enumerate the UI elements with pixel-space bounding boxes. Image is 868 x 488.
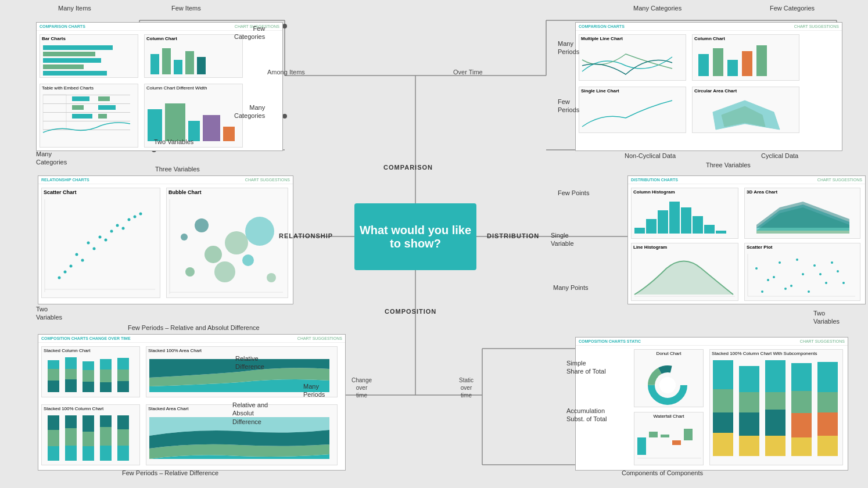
circular-area-title: Circular Area Chart [693, 87, 799, 95]
svg-point-90 [58, 277, 61, 279]
circular-area-chart-mini[interactable]: Circular Area Chart [692, 87, 799, 133]
svg-point-103 [122, 227, 125, 230]
dist-three-vars-label: Three Variables [706, 162, 751, 168]
many-cats-bottom-label: ManyCategories [36, 150, 67, 167]
svg-rect-67 [43, 103, 130, 104]
single-line-chart-mini[interactable]: Single Line Chart [579, 87, 686, 133]
svg-point-102 [81, 259, 84, 262]
svg-rect-154 [83, 361, 94, 370]
bubble-chart-mini[interactable]: Bubble Chart [166, 188, 288, 298]
svg-point-141 [796, 259, 798, 261]
svg-point-93 [64, 271, 67, 274]
change-over-time-label: Changeovertime [351, 376, 372, 399]
distribution-label: DISTRIBUTION [487, 232, 539, 239]
bar-charts-mini[interactable]: Bar Charts [40, 34, 138, 78]
over-time-label: Over Time [453, 69, 483, 76]
svg-rect-82 [223, 127, 235, 141]
3d-area-svg [745, 196, 858, 236]
svg-rect-74 [72, 114, 92, 119]
multi-line-svg [579, 42, 684, 78]
svg-rect-75 [98, 96, 110, 101]
scatter-title: Scatter Chart [42, 188, 160, 196]
svg-rect-76 [98, 105, 116, 110]
col-hist-title: Column Histogram [632, 188, 738, 196]
svg-rect-150 [48, 381, 59, 392]
svg-rect-172 [100, 415, 112, 427]
svg-point-95 [93, 247, 96, 250]
stacked-100-col-svg [42, 412, 138, 464]
svg-rect-61 [150, 54, 159, 74]
stacked-100-col-mini[interactable]: Stacked 100% Column Chart [41, 404, 140, 465]
stacked-100-col-title: Stacked 100% Column Chart [42, 405, 139, 412]
svg-rect-123 [693, 216, 703, 234]
dist-two-vars-label: TwoVariables [813, 309, 840, 326]
svg-rect-182 [713, 360, 733, 389]
few-items-label: Few Items [171, 5, 201, 12]
svg-point-108 [205, 246, 222, 263]
svg-rect-158 [100, 369, 112, 382]
svg-rect-62 [162, 48, 171, 74]
svg-rect-171 [83, 446, 94, 461]
3d-area-chart-mini[interactable]: 3D Area Chart [744, 188, 860, 239]
svg-point-96 [99, 236, 102, 239]
comparison-left-panel: COMPARISON CHARTS CHART SUGGESTIONS Bar … [36, 22, 283, 151]
svg-rect-203 [649, 432, 658, 437]
svg-point-92 [76, 253, 78, 256]
svg-rect-189 [739, 436, 759, 456]
svg-rect-65 [197, 57, 206, 74]
svg-rect-153 [65, 379, 77, 392]
svg-rect-190 [765, 360, 785, 392]
table-embed-charts-mini[interactable]: Table with Embed Charts [40, 84, 138, 148]
line-histogram-mini[interactable]: Line Histogram [631, 243, 738, 301]
circular-area-svg [693, 95, 797, 131]
svg-point-115 [181, 234, 188, 241]
svg-rect-77 [98, 114, 107, 119]
stacked-100-sub-mini[interactable]: Stacked 100% Column Chart With Subcompon… [709, 349, 843, 465]
few-periods-relative-absolut-label: Few Periods – Relative and Absolut Diffe… [128, 324, 260, 331]
column-chart-mini[interactable]: Column Chart [144, 34, 243, 78]
scatter-chart-mini[interactable]: Scatter Chart [41, 188, 160, 298]
svg-rect-124 [704, 225, 715, 234]
svg-rect-156 [83, 382, 94, 392]
stacked-col-svg [42, 354, 138, 395]
column-chart-right-mini[interactable]: Column Chart [692, 34, 799, 81]
stacked-100-sub-title: Stacked 100% Column Chart With Subcompon… [710, 350, 842, 357]
svg-rect-196 [791, 413, 812, 437]
svg-rect-84 [713, 48, 723, 76]
single-line-title: Single Line Chart [579, 87, 686, 95]
svg-rect-201 [817, 436, 838, 456]
svg-point-98 [116, 224, 119, 227]
svg-rect-64 [185, 51, 194, 74]
svg-rect-155 [83, 370, 94, 382]
multi-line-title: Multiple Line Chart [579, 35, 686, 42]
svg-point-181 [659, 377, 676, 393]
svg-rect-199 [817, 392, 838, 412]
svg-point-130 [755, 267, 758, 270]
svg-rect-191 [765, 392, 785, 410]
svg-point-114 [267, 273, 276, 282]
waterfall-chart-mini[interactable]: Waterfall Chart [634, 412, 704, 465]
stacked-col-mini[interactable]: Stacked Column Chart [41, 346, 140, 397]
svg-point-13 [282, 114, 287, 119]
svg-rect-193 [765, 436, 785, 456]
rel-two-vars-label: TwoVariables [36, 305, 62, 322]
simple-share-label: SimpleShare of Total [566, 359, 606, 376]
svg-point-144 [831, 261, 833, 264]
svg-point-133 [790, 285, 792, 287]
scatter-plot-svg [745, 251, 858, 299]
svg-point-134 [802, 273, 804, 275]
scatter-plot-mini[interactable]: Scatter Plot [744, 243, 860, 301]
distribution-panel: DISTRIBUTION CHARTS CHART SUGGESTIONS Co… [627, 175, 866, 304]
comp-left-header: COMPARISON CHARTS [40, 24, 85, 28]
scatter-plot-title: Scatter Plot [745, 243, 860, 251]
svg-point-145 [842, 282, 845, 284]
comp-static-suggestion: CHART SUGGESTIONS [800, 339, 845, 343]
svg-point-137 [837, 270, 839, 272]
multiple-line-chart-mini[interactable]: Multiple Line Chart [579, 34, 686, 81]
accumulation-label: AccumulationSubst. of Total [566, 407, 607, 424]
comp-change-suggestion: CHART SUGGESTIONS [297, 336, 342, 340]
waterfall-svg [634, 420, 701, 463]
column-histogram-mini[interactable]: Column Histogram [631, 188, 738, 239]
svg-rect-166 [65, 415, 77, 428]
donut-chart-mini[interactable]: Donut Chart [634, 349, 704, 407]
